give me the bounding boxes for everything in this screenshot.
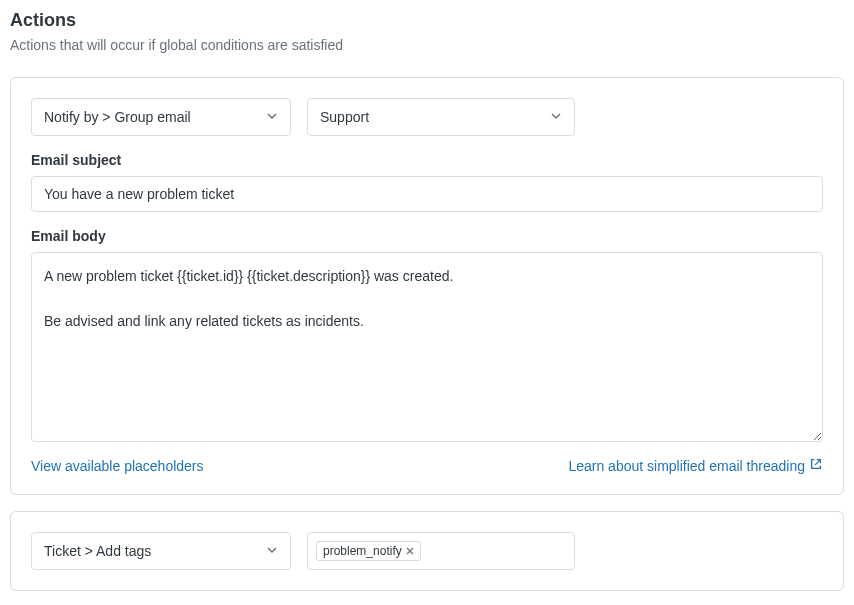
page-title: Actions [10, 10, 844, 31]
external-link-icon [809, 457, 823, 474]
email-threading-link[interactable]: Learn about simplified email threading [568, 457, 823, 474]
chevron-down-icon [258, 543, 278, 559]
page-subtitle: Actions that will occur if global condit… [10, 37, 844, 53]
action-type-value: Ticket > Add tags [44, 543, 151, 559]
view-placeholders-link[interactable]: View available placeholders [31, 458, 204, 474]
action-card-tags: Ticket > Add tags problem_notify [10, 511, 844, 591]
chevron-down-icon [542, 109, 562, 125]
email-subject-label: Email subject [31, 152, 823, 168]
action-type-select[interactable]: Notify by > Group email [31, 98, 291, 136]
action-target-select[interactable]: Support [307, 98, 575, 136]
chevron-down-icon [258, 109, 278, 125]
action-type-select[interactable]: Ticket > Add tags [31, 532, 291, 570]
tags-input[interactable]: problem_notify [307, 532, 575, 570]
action-card-notify: Notify by > Group email Support Email su… [10, 77, 844, 495]
email-body-textarea[interactable] [31, 252, 823, 442]
email-threading-link-text: Learn about simplified email threading [568, 458, 805, 474]
email-subject-input[interactable] [31, 176, 823, 212]
action-type-value: Notify by > Group email [44, 109, 191, 125]
tag-label: problem_notify [323, 544, 402, 558]
tag-remove-icon[interactable] [406, 547, 414, 555]
email-body-label: Email body [31, 228, 823, 244]
actions-header: Actions Actions that will occur if globa… [10, 10, 844, 53]
tag-chip: problem_notify [316, 541, 421, 561]
action-target-value: Support [320, 109, 369, 125]
